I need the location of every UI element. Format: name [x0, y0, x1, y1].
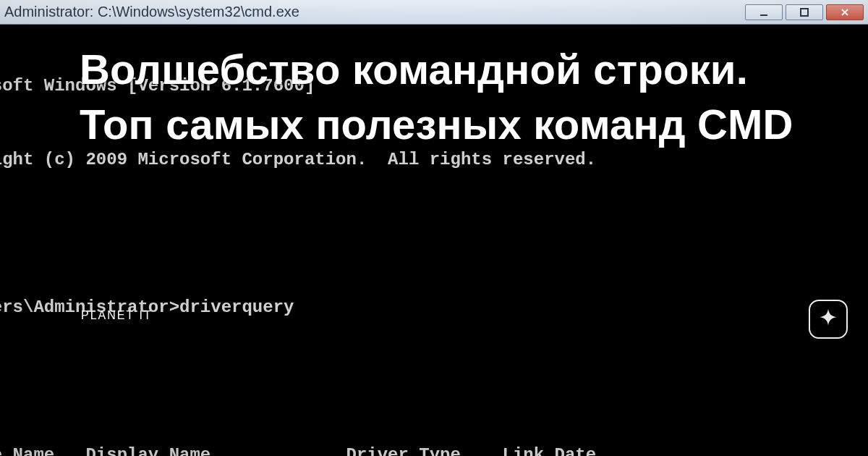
- blank-line: [0, 221, 868, 246]
- close-icon: [840, 7, 850, 17]
- window-title: Administrator: C:\Windows\system32\cmd.e…: [4, 4, 299, 20]
- window-controls: [745, 4, 864, 20]
- channel-name: PLANET IT: [81, 309, 153, 322]
- maximize-button[interactable]: [786, 4, 823, 20]
- svg-rect-0: [760, 14, 767, 16]
- svg-rect-1: [801, 9, 808, 16]
- minimize-icon: [759, 7, 769, 17]
- window-titlebar: Administrator: C:\Windows\system32\cmd.e…: [0, 0, 868, 25]
- maximize-icon: [799, 7, 809, 17]
- columns-header: ule Name Display Name Driver Type Link D…: [0, 443, 868, 456]
- minimize-button[interactable]: [745, 4, 783, 20]
- article-headline: Волшебство командной строки. Топ самых п…: [80, 42, 825, 152]
- close-button[interactable]: [826, 4, 864, 20]
- thumbnail-card: Administrator: C:\Windows\system32\cmd.e…: [0, 0, 868, 456]
- sparkle-icon: [816, 307, 841, 332]
- zen-badge: [809, 300, 848, 339]
- blank-line: [0, 369, 868, 394]
